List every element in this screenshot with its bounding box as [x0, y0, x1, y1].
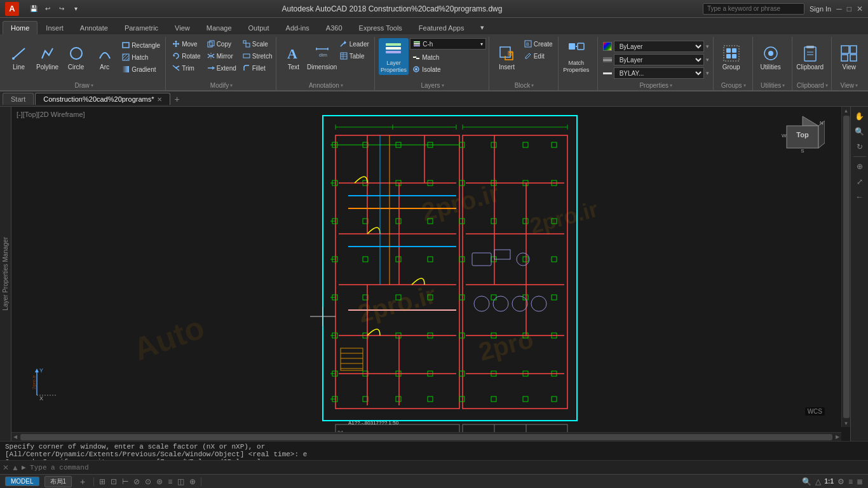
tab-output[interactable]: Output — [240, 21, 278, 34]
search-input[interactable] — [703, 3, 804, 15]
new-tab-button[interactable]: + — [172, 93, 183, 105]
scale-button[interactable]: Scale — [240, 38, 275, 50]
layer-isolate-button[interactable]: Isolate — [410, 64, 486, 75]
arc-button[interactable]: Arc — [91, 38, 118, 75]
grid-toggle[interactable]: ⊞ — [99, 477, 105, 486]
table-button[interactable]: Table — [337, 50, 372, 62]
qat-more[interactable]: ▾ — [70, 3, 81, 15]
tab-current-file[interactable]: Construction%20cad%20programs* ✕ — [35, 93, 170, 105]
view-button[interactable]: View — [836, 38, 863, 75]
dynamic-input[interactable]: ⊛ — [156, 477, 163, 486]
qat-save[interactable]: 💾 — [28, 3, 39, 15]
color-selector[interactable]: ByLayer — [614, 41, 704, 52]
lineweight-selector[interactable]: BYLAY... — [614, 67, 704, 79]
scroll-thumb-v[interactable] — [843, 116, 850, 418]
match-properties-button[interactable]: MatchProperties — [562, 38, 590, 75]
new-layout-btn[interactable]: + — [77, 476, 88, 487]
color-swatch[interactable] — [603, 42, 612, 51]
clipboard-button[interactable]: Clipboard — [796, 38, 824, 75]
osnap-toggle[interactable]: ⊙ — [145, 477, 151, 486]
tab-annotate[interactable]: Annotate — [72, 21, 116, 34]
scroll-left[interactable]: ◀ — [11, 433, 19, 441]
hatch-button[interactable]: Hatch — [119, 51, 163, 63]
tab-close-btn[interactable]: ✕ — [157, 96, 162, 103]
layer-selector[interactable]: C-h ▾ — [410, 38, 486, 50]
annotate-scale[interactable]: △ — [815, 477, 821, 486]
polyline-button[interactable]: Polyline — [34, 38, 61, 75]
properties-group-label[interactable]: Properties ▾ — [602, 81, 710, 90]
rotate-button[interactable]: Rotate — [170, 50, 203, 62]
transparency-toggle[interactable]: ◫ — [177, 477, 184, 486]
tab-a360[interactable]: A360 — [318, 21, 351, 34]
scroll-up[interactable]: ▲ — [843, 107, 850, 114]
tab-view[interactable]: View — [166, 21, 198, 34]
snap-toggle[interactable]: ⊡ — [111, 477, 117, 486]
stretch-button[interactable]: Stretch — [240, 50, 275, 62]
workspace-switch[interactable]: ⚙ — [837, 477, 844, 486]
full-nav-wheel[interactable]: ⊕ — [853, 159, 867, 173]
draw-group-label[interactable]: Draw ▾ — [5, 81, 163, 90]
linetype-selector[interactable]: ByLayer — [614, 54, 704, 65]
group-button[interactable]: Group — [717, 38, 745, 75]
color-expand[interactable]: ▾ — [706, 43, 709, 50]
tab-start[interactable]: Start — [3, 93, 34, 105]
ortho-toggle[interactable]: ⊢ — [122, 477, 128, 486]
pan-tool[interactable]: ✋ — [853, 109, 867, 123]
tab-parametric[interactable]: Parametric — [116, 21, 166, 34]
command-close-btn[interactable]: ✕ — [3, 463, 9, 472]
vertical-scrollbar[interactable]: ▲ ▼ — [841, 107, 850, 427]
tab-insert[interactable]: Insert — [37, 21, 72, 34]
polar-toggle[interactable]: ⊘ — [133, 477, 140, 486]
command-expand-btn[interactable]: ▲ — [11, 463, 19, 472]
tab-addins[interactable]: Add-ins — [278, 21, 318, 34]
previous-view[interactable]: ← — [853, 190, 867, 204]
sign-in-label[interactable]: Sign In — [810, 5, 831, 13]
text-button[interactable]: A Text — [280, 38, 307, 75]
tab-more[interactable]: ▾ — [472, 20, 492, 34]
maximize-btn[interactable]: □ — [847, 4, 851, 13]
tab-featured[interactable]: Featured Apps — [410, 21, 473, 34]
minimize-btn[interactable]: ─ — [836, 4, 842, 13]
lineweight-toggle[interactable]: ≡ — [168, 477, 172, 486]
edit-block-button[interactable]: Edit — [522, 50, 555, 62]
orbit-tool[interactable]: ↻ — [853, 140, 867, 154]
layer-properties-manager-sidebar[interactable]: Layer Properties Manager — [0, 107, 11, 441]
move-button[interactable]: Move — [170, 38, 203, 50]
leader-button[interactable]: Leader — [337, 38, 372, 50]
zoom-extents[interactable]: ⤢ — [853, 175, 867, 189]
clipboard-group-label[interactable]: Clipboard ▾ — [796, 81, 829, 90]
circle-button[interactable]: Circle — [62, 38, 90, 75]
layers-group-label[interactable]: Layers ▾ — [379, 81, 486, 90]
tab-home[interactable]: Home — [3, 21, 37, 34]
fillet-button[interactable]: Fillet — [240, 62, 275, 74]
gradient-button[interactable]: Gradient — [119, 64, 163, 75]
horizontal-scrollbar[interactable]: ◀ ▶ — [11, 432, 841, 441]
lineweight-expand[interactable]: ▾ — [706, 70, 709, 76]
extend-button[interactable]: Extend — [205, 62, 239, 74]
qat-undo[interactable]: ↩ — [42, 3, 53, 15]
layer-properties-button[interactable]: LayerProperties — [379, 38, 409, 75]
navigation-cube[interactable]: Top S W N — [780, 113, 825, 158]
scroll-thumb-h[interactable] — [20, 434, 832, 440]
dimension-button[interactable]: dim Dimension — [308, 38, 336, 75]
tab-express[interactable]: Express Tools — [351, 21, 410, 34]
scale-ratio[interactable]: 1:1 — [825, 478, 834, 485]
scroll-down[interactable]: ▼ — [843, 419, 850, 427]
zoom-status[interactable]: 🔍 — [802, 477, 811, 486]
view-group-label[interactable]: View ▾ — [836, 81, 863, 90]
mirror-button[interactable]: Mirror — [205, 50, 239, 62]
layout1-tab[interactable]: 布局1 — [44, 476, 72, 487]
line-button[interactable]: Line — [5, 38, 32, 75]
annotation-group-label[interactable]: Annotation ▾ — [280, 81, 372, 90]
modify-group-label[interactable]: Modify ▾ — [170, 81, 273, 90]
customize-btn[interactable]: ≣ — [857, 477, 863, 486]
create-block-button[interactable]: B Create — [522, 38, 555, 50]
groups-group-label[interactable]: Groups ▾ — [717, 81, 750, 90]
linetype-expand[interactable]: ▾ — [706, 57, 709, 63]
trim-button[interactable]: Trim — [170, 62, 203, 74]
selection-cycling[interactable]: ⊕ — [189, 477, 196, 486]
toolbar-toggle[interactable]: ≡ — [848, 477, 853, 486]
close-btn[interactable]: ✕ — [857, 4, 863, 13]
block-group-label[interactable]: Block ▾ — [493, 81, 555, 90]
tab-manage[interactable]: Manage — [198, 21, 240, 34]
